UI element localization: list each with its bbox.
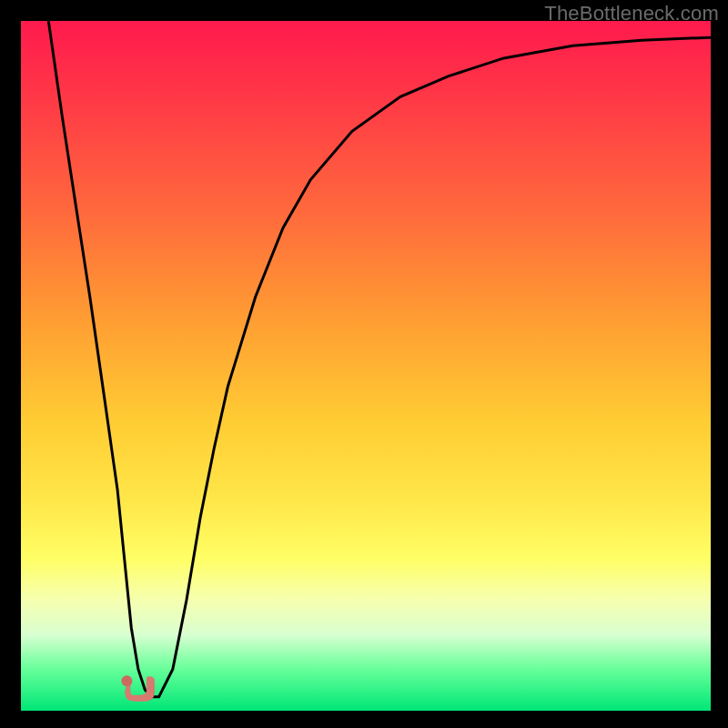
curve-line — [48, 21, 711, 697]
chart-frame: TheBottleneck.com — [0, 0, 728, 728]
bottleneck-curve — [0, 0, 728, 728]
notch-dot-icon — [121, 675, 132, 686]
